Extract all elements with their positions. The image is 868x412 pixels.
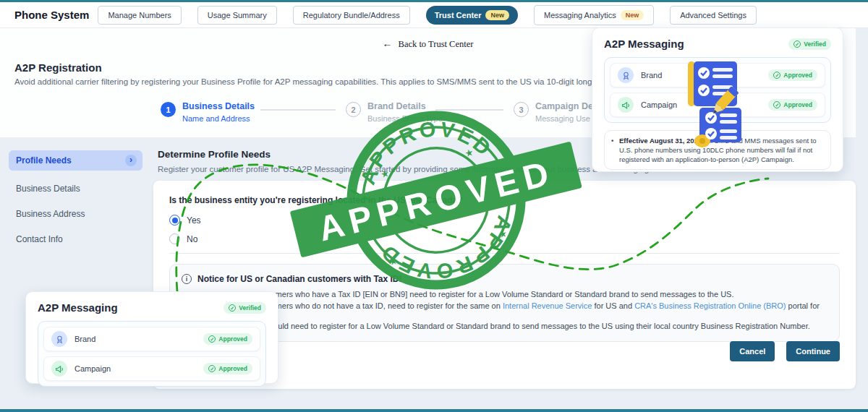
trust-center-label: Trust Center (435, 11, 482, 20)
notice-title: Notice for US or Canadian customers with… (197, 274, 402, 284)
new-badge: New (485, 10, 509, 20)
approved-badge: Approved (768, 99, 817, 111)
approved-label: Approved (783, 101, 812, 108)
radio-yes-selected[interactable] (169, 215, 180, 226)
brand-medal-icon (51, 331, 67, 347)
brand-status-row: Brand Approved (43, 327, 260, 351)
a2p-effective-note: Effective August 31, 2023, all SMS and M… (604, 130, 831, 170)
notice-bullet-2-mid: for US and (592, 301, 634, 310)
campaign-status-row: Campaign Approved (610, 93, 825, 117)
cancel-button[interactable]: Cancel (730, 341, 775, 361)
a2p-status-box: Brand Approved Campaign Approved (38, 321, 266, 387)
back-link-label: Back to Trust Center (399, 39, 474, 50)
verified-label: Verified (804, 40, 826, 48)
sidebar-item-label: Profile Needs (16, 155, 72, 166)
approved-label: Approved (218, 365, 247, 372)
campaign-megaphone-icon (51, 361, 67, 377)
approved-badge: Approved (203, 363, 252, 374)
cra-bro-link[interactable]: CRA's Business Registration Online (BRO) (634, 301, 786, 310)
advanced-settings-button[interactable]: Advanced Settings (670, 6, 757, 25)
regulatory-bundle-button[interactable]: Regulatory Bundle/Address (293, 6, 410, 25)
back-arrow-icon (383, 38, 393, 50)
check-circle-icon (208, 365, 216, 372)
step-number: 3 (514, 102, 529, 117)
verified-label: Verified (239, 304, 261, 312)
messaging-analytics-label: Messaging Analytics (544, 11, 616, 20)
check-circle-icon (208, 335, 216, 343)
brand-label: Brand (641, 71, 761, 80)
chevron-right-icon (125, 155, 137, 166)
campaign-status-row: Campaign Approved (43, 356, 260, 381)
info-icon (182, 274, 192, 284)
settings-sidebar: Profile Needs Business Details Business … (9, 150, 142, 255)
approved-label: Approved (218, 335, 247, 343)
verified-badge: Verified (224, 302, 266, 314)
sidebar-item-business-details[interactable]: Business Details (9, 179, 142, 198)
irs-link[interactable]: Internal Revenue Service (503, 301, 592, 310)
radio-no-unselected[interactable] (169, 233, 180, 244)
approved-label: Approved (783, 72, 812, 79)
check-circle-icon (229, 304, 236, 312)
continue-button[interactable]: Continue (786, 341, 840, 361)
approved-badge: Approved (768, 69, 817, 81)
campaign-label: Campaign (75, 364, 196, 373)
approved-badge: Approved (203, 333, 252, 345)
note-bold: Effective August 31, 2023 (619, 137, 702, 145)
sidebar-item-contact-info[interactable]: Contact Info (9, 230, 142, 249)
stepper-step-brand-details[interactable]: 2 Brand Details Business Brand Type (346, 102, 443, 123)
sidebar-item-business-address[interactable]: Business Address (9, 205, 142, 223)
step-number: 1 (161, 102, 176, 117)
section-title: Determine Profile Needs (158, 149, 271, 160)
bottom-edge-strip (0, 409, 868, 412)
manage-numbers-button[interactable]: Manage Numbers (98, 6, 181, 25)
check-circle-icon (793, 40, 801, 48)
sidebar-item-profile-needs[interactable]: Profile Needs (9, 150, 142, 171)
new-badge: New (621, 10, 644, 20)
radio-option-yes[interactable]: Yes (169, 215, 840, 226)
brand-label: Brand (75, 335, 196, 343)
back-to-trust-center-link[interactable]: Back to Trust Center (383, 38, 474, 50)
stepper-connector (435, 109, 503, 111)
stepper-step-business-details[interactable]: 1 Business Details Name and Address (161, 102, 255, 123)
step-sublabel: Business Brand Type (367, 114, 443, 123)
divider (169, 253, 840, 254)
location-question: Is the business entity you're registerin… (169, 195, 840, 205)
page-title: A2P Registration (14, 61, 102, 74)
notice-bullet-1: US or Canadian customers who have a Tax … (189, 290, 827, 299)
radio-no-label: No (187, 234, 197, 244)
campaign-label: Campaign (641, 100, 761, 109)
app-title: Phone System (14, 9, 89, 21)
stepper-connector (260, 109, 336, 111)
step-sublabel: Name and Address (182, 114, 255, 123)
radio-option-no[interactable]: No (169, 233, 840, 244)
star-icon: ★ (464, 147, 475, 159)
top-navigation-bar: Phone System Manage Numbers Usage Summar… (0, 2, 868, 28)
step-label: Brand Details (367, 102, 443, 111)
page-subtitle: Avoid additional carrier filtering by re… (14, 77, 650, 86)
step-number: 2 (346, 102, 361, 117)
radio-yes-label: Yes (187, 215, 201, 226)
a2p-messaging-card-top: A2P Messaging Verified Brand Approved (592, 27, 843, 172)
brand-medal-icon (618, 67, 634, 83)
a2p-card-title: A2P Messaging (38, 301, 118, 314)
check-circle-icon (773, 101, 780, 108)
usage-summary-button[interactable]: Usage Summary (197, 6, 277, 25)
a2p-status-box: Brand Approved Campaign Approved (604, 57, 831, 123)
messaging-analytics-button[interactable]: Messaging Analytics New (534, 5, 654, 25)
brand-status-row: Brand Approved (610, 63, 825, 87)
trust-center-button[interactable]: Trust Center New (426, 6, 518, 25)
a2p-messaging-card-bottom: A2P Messaging Verified Brand Approved (25, 291, 278, 384)
top-edge-strip (0, 0, 868, 2)
notice-bullet-3: All other customers would need to regist… (189, 322, 827, 330)
step-label: Business Details (182, 102, 255, 111)
campaign-megaphone-icon (618, 97, 634, 113)
check-circle-icon (773, 72, 780, 79)
notice-bullet-2: US or Canadian customers who do not have… (189, 301, 827, 319)
verified-badge: Verified (788, 38, 831, 50)
a2p-card-title: A2P Messaging (604, 38, 684, 50)
